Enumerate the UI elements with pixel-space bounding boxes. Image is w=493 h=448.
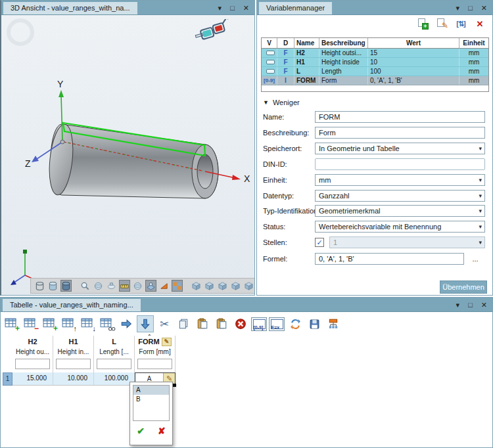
description-label: Beschreibung: — [263, 127, 309, 139]
search-rows-icon[interactable] — [99, 315, 116, 332]
paste-special-icon[interactable] — [213, 315, 230, 332]
col-beschreibung[interactable]: Beschreibung — [319, 38, 368, 48]
3d-view-title-tab[interactable]: 3D Ansicht - value_ranges_with_na... — [3, 2, 137, 14]
maximize-icon[interactable]: □ — [230, 1, 235, 15]
texture-icon[interactable] — [172, 280, 183, 292]
copy-variable-icon[interactable]: [⇅] — [455, 18, 467, 30]
unit-select[interactable]: mm▾ — [315, 174, 485, 186]
orbit-icon[interactable] — [106, 280, 117, 292]
cut-icon[interactable]: ✂ — [156, 315, 173, 332]
digits-checkbox[interactable]: ✓ — [315, 238, 324, 247]
filter-input-h2[interactable] — [15, 359, 50, 369]
measure-icon[interactable] — [119, 280, 130, 292]
value-range-mode-button[interactable]: [0-9] — [251, 317, 267, 331]
paste-icon[interactable] — [194, 315, 211, 332]
variable-row[interactable]: F H1 Height inside 10 mm — [262, 58, 488, 67]
add-row-icon[interactable]: + — [3, 315, 20, 332]
edit-variable-icon[interactable]: ✎ — [436, 18, 448, 30]
filter-input-h1[interactable] — [56, 359, 91, 369]
chevron-down-icon[interactable]: ▾ — [479, 221, 482, 232]
zoom-fit-icon[interactable] — [93, 280, 104, 292]
delete-all-icon[interactable] — [232, 315, 249, 332]
clip-plane-icon[interactable] — [145, 280, 156, 292]
type-id-select[interactable]: Geometriemerkmal▾ — [315, 205, 485, 217]
column-header-h1[interactable]: H1 — [53, 336, 94, 347]
edit-column-icon[interactable]: ✎ — [162, 338, 172, 346]
col-einheit[interactable]: Einheit — [459, 38, 488, 48]
cancel-button[interactable]: ✘ — [158, 426, 166, 436]
datatype-flag: F — [277, 67, 294, 76]
panel-menu-icon[interactable]: ▾ — [456, 298, 460, 312]
list-item[interactable]: B — [133, 395, 169, 404]
chevron-down-icon[interactable]: ▾ — [479, 175, 482, 185]
description-input[interactable]: Form — [315, 127, 485, 139]
name-value: FORM — [319, 113, 340, 121]
delete-row-icon[interactable]: − — [22, 315, 39, 332]
view-shaded-icon[interactable] — [47, 280, 59, 292]
column-header-l[interactable]: L — [94, 336, 135, 347]
close-icon[interactable]: ✕ — [243, 1, 249, 15]
view-right-icon[interactable] — [243, 280, 254, 292]
panel-menu-icon[interactable]: ▾ — [218, 1, 222, 15]
collapse-toggle[interactable]: ▼ Weniger — [263, 99, 300, 106]
formula-more-button[interactable]: ... — [469, 256, 481, 266]
col-v[interactable]: V — [262, 38, 277, 48]
variable-row-selected[interactable]: [0-9] I FORM Form 0, 'A', 1, 'B' mm — [262, 76, 488, 85]
import-row-icon[interactable] — [137, 315, 154, 332]
col-wert[interactable]: Wert — [368, 38, 459, 48]
save-icon[interactable] — [306, 315, 323, 332]
render-sphere-icon[interactable] — [132, 280, 143, 292]
datatype-select[interactable]: Ganzzahl▾ — [315, 190, 485, 202]
delete-variable-icon[interactable]: ✕ — [474, 18, 486, 30]
col-name[interactable]: Name — [294, 38, 319, 48]
cell-h1[interactable]: 10.000 — [53, 372, 94, 386]
chevron-down-icon[interactable]: ▾ — [479, 206, 482, 216]
view-back-icon[interactable] — [217, 280, 228, 292]
move-row-up-icon[interactable]: ↑ — [60, 315, 78, 332]
storage-select[interactable]: In Geometrie und Tabelle▾ — [315, 143, 485, 154]
status-select[interactable]: Wertebereichsvariable mit Benennung▾ — [315, 221, 485, 233]
confirm-button[interactable]: ✔ — [137, 426, 145, 436]
list-item[interactable]: A — [133, 386, 169, 395]
cell-l[interactable]: 100.000 — [94, 372, 135, 386]
name-input[interactable]: FORM — [315, 111, 485, 123]
row-number[interactable]: 1 — [3, 372, 12, 386]
maximize-icon[interactable]: □ — [468, 298, 473, 312]
add-variable-icon[interactable]: + — [417, 18, 429, 30]
close-icon[interactable]: ✕ — [481, 1, 487, 15]
col-d[interactable]: D — [277, 38, 294, 48]
table-title-tab[interactable]: Tabelle - value_ranges_with_naming... — [3, 299, 141, 311]
view-shaded-edges-icon[interactable] — [60, 280, 72, 292]
apply-button[interactable]: Übernehmen — [440, 280, 487, 294]
maximize-icon[interactable]: □ — [468, 1, 473, 15]
view-front-icon[interactable] — [204, 280, 215, 292]
3d-viewport[interactable]: Y Z X — [1, 15, 254, 295]
refresh-icon[interactable] — [287, 315, 304, 332]
view-iso-icon[interactable] — [191, 280, 202, 292]
cell-h2[interactable]: 15.000 — [12, 372, 53, 386]
formula-mode-button[interactable]: E=x — [269, 317, 285, 331]
move-row-down-icon[interactable]: ↓ — [80, 315, 97, 332]
din-id-input[interactable] — [315, 158, 485, 170]
column-header-form[interactable]: ˆ FORM✎ — [135, 336, 176, 347]
chevron-down-icon[interactable]: ▾ — [479, 143, 482, 154]
cell-fill-handle[interactable] — [173, 384, 176, 387]
filter-input-form[interactable] — [137, 359, 172, 369]
view-wireframe-icon[interactable] — [34, 280, 45, 292]
panel-menu-icon[interactable]: ▾ — [456, 1, 460, 15]
close-icon[interactable]: ✕ — [481, 298, 487, 312]
insert-row-icon[interactable]: + — [41, 315, 59, 332]
chevron-down-icon[interactable]: ▾ — [479, 190, 482, 201]
section-icon[interactable] — [158, 280, 170, 292]
structure-tree-icon[interactable] — [325, 315, 342, 332]
zoom-icon[interactable] — [80, 280, 91, 292]
variable-manager-title-tab[interactable]: Variablenmanager — [259, 2, 332, 14]
view-left-icon[interactable] — [230, 280, 241, 292]
variable-row[interactable]: F H2 Height outsi... 15 mm — [262, 49, 488, 58]
export-row-icon[interactable] — [118, 315, 135, 332]
column-header-h2[interactable]: H2 — [12, 336, 53, 347]
filter-input-l[interactable] — [97, 359, 131, 369]
copy-icon[interactable] — [175, 315, 192, 332]
variable-row[interactable]: F L Length 100 mm — [262, 67, 488, 76]
formula-input[interactable]: 0, 'A', 1, 'B' — [315, 253, 464, 265]
